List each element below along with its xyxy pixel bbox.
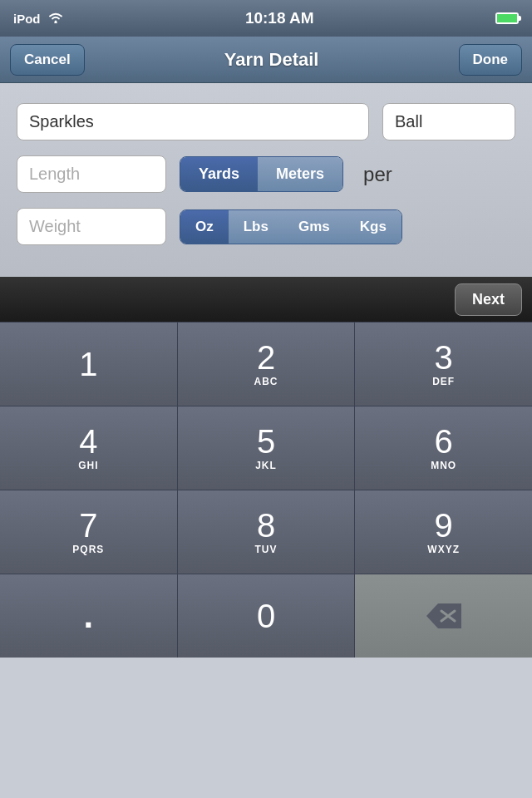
gms-button[interactable]: Gms (283, 210, 345, 244)
key-9[interactable]: 9 WXYZ (355, 490, 532, 574)
key-dot[interactable]: . (0, 574, 178, 658)
page-title: Yarn Detail (224, 49, 319, 71)
nav-bar: Cancel Yarn Detail Done (0, 37, 532, 83)
key-row-4: . 0 (0, 574, 532, 658)
status-right (495, 12, 519, 24)
yards-button[interactable]: Yards (180, 157, 258, 191)
weight-input[interactable] (17, 208, 166, 245)
lbs-button[interactable]: Lbs (229, 210, 283, 244)
carrier-label: iPod (13, 12, 41, 26)
status-time: 10:18 AM (245, 9, 314, 27)
form-area: Yards Meters per Oz Lbs Gms Kgs (0, 83, 532, 277)
key-2[interactable]: 2 ABC (178, 323, 356, 406)
key-delete[interactable] (355, 574, 532, 658)
weight-row: Oz Lbs Gms Kgs (17, 208, 515, 245)
length-input[interactable] (17, 155, 166, 193)
cancel-button[interactable]: Cancel (10, 44, 85, 76)
key-1[interactable]: 1 (0, 323, 178, 406)
next-button[interactable]: Next (455, 283, 522, 316)
weight-unit-segment: Oz Lbs Gms Kgs (180, 209, 402, 244)
per-label: per (363, 163, 392, 186)
delete-icon (426, 603, 461, 628)
status-left: iPod (13, 12, 64, 26)
battery-icon (495, 12, 519, 24)
key-row-1: 1 2 ABC 3 DEF (0, 322, 532, 406)
oz-button[interactable]: Oz (180, 210, 229, 244)
key-4[interactable]: 4 GHI (0, 406, 178, 490)
done-button[interactable]: Done (459, 44, 523, 76)
key-6[interactable]: 6 MNO (355, 406, 532, 490)
ball-input[interactable] (382, 103, 515, 140)
kgs-button[interactable]: Kgs (345, 210, 401, 244)
numeric-keyboard: 1 2 ABC 3 DEF 4 GHI 5 JKL 6 MNO 7 PQRS (0, 322, 532, 658)
keyboard-toolbar: Next (0, 277, 532, 322)
svg-point-0 (54, 20, 57, 22)
length-unit-segment: Yards Meters (180, 156, 343, 192)
length-row: Yards Meters per (17, 155, 515, 193)
yarn-name-input[interactable] (17, 103, 369, 140)
key-3[interactable]: 3 DEF (355, 323, 532, 406)
meters-button[interactable]: Meters (258, 157, 342, 191)
key-0[interactable]: 0 (178, 574, 356, 658)
wifi-icon (47, 12, 64, 26)
key-8[interactable]: 8 TUV (178, 490, 356, 574)
status-bar: iPod 10:18 AM (0, 0, 532, 37)
name-ball-row (17, 103, 515, 140)
key-row-2: 4 GHI 5 JKL 6 MNO (0, 406, 532, 490)
key-5[interactable]: 5 JKL (178, 406, 356, 490)
key-7[interactable]: 7 PQRS (0, 490, 178, 574)
key-row-3: 7 PQRS 8 TUV 9 WXYZ (0, 490, 532, 574)
